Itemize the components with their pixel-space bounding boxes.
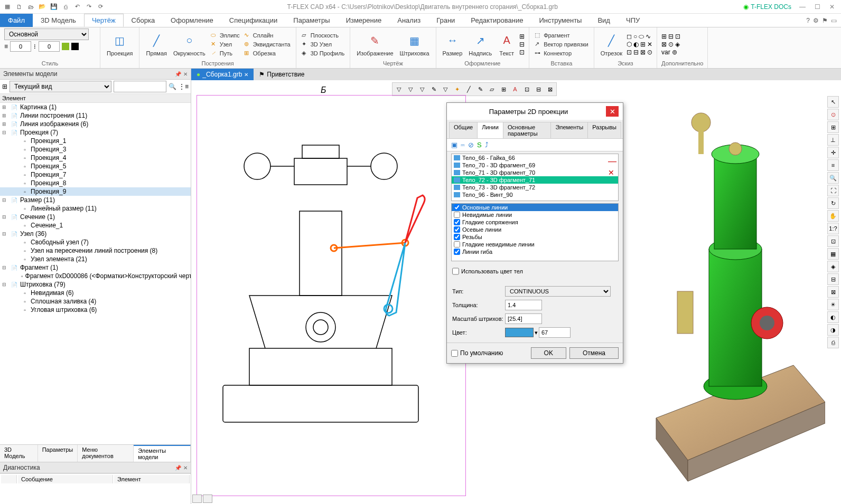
tree-item[interactable]: ⊟📄Проекция (7) <box>0 128 191 137</box>
tool-4[interactable]: S <box>477 141 482 149</box>
style-combo[interactable]: Основной <box>4 28 89 40</box>
search-input[interactable] <box>114 81 166 92</box>
open-icon[interactable]: 🗁 <box>25 2 36 12</box>
tree-item[interactable]: ⊟📄Сечение (1) <box>0 213 191 221</box>
sketch-tool-6[interactable]: ◐ <box>633 41 639 48</box>
st-view2[interactable]: ⊡ <box>827 235 839 247</box>
tab-params[interactable]: Параметры <box>285 14 338 27</box>
line-types-list[interactable]: Основные линииНевидимые линииГладкие соп… <box>451 203 619 261</box>
st-pan[interactable]: ✋ <box>827 210 839 222</box>
tree-item[interactable]: ⊞📄Линии построения (11) <box>0 111 191 120</box>
connector-button[interactable]: ⊶Коннектор <box>534 49 590 58</box>
vt-13[interactable]: ⊟ <box>533 84 544 94</box>
vt-7[interactable]: ╱ <box>463 84 474 94</box>
tree-child[interactable]: ▫Проекция_5 <box>0 162 191 170</box>
body-item[interactable]: Тело_70 - 3D фрагмент_69 <box>452 161 618 169</box>
circle-button[interactable]: ○Окружность <box>171 31 208 58</box>
plane-button[interactable]: ▱Плоскость <box>301 31 346 40</box>
tree-child[interactable]: ▫Узел элемента (21) <box>0 255 191 263</box>
st-zoom[interactable]: 🔍 <box>827 172 839 184</box>
print-icon[interactable]: ⎙ <box>60 2 71 12</box>
vt-5[interactable]: ▽ <box>440 84 451 94</box>
close-icon[interactable]: ✕ <box>825 2 839 12</box>
gear-icon[interactable]: ⚙ <box>813 17 819 24</box>
fragment-button[interactable]: ⬚Фрагмент <box>534 31 590 40</box>
tool-5[interactable]: ⤴ <box>485 141 489 149</box>
dialog-tab-general[interactable]: Общие <box>449 122 478 138</box>
collapse-icon[interactable]: ▭ <box>831 17 837 24</box>
text-button[interactable]: AТекст <box>496 31 517 58</box>
line-type-item[interactable]: Линии гиба <box>452 248 618 255</box>
body-item[interactable]: Тело_73 - 3D фрагмент_72 <box>452 184 618 191</box>
st-view9[interactable]: ◑ <box>827 324 839 336</box>
equi-button[interactable]: ⊚Эквидистанта <box>243 40 292 49</box>
body-item[interactable]: Тело_71 - 3D фрагмент_70 <box>452 169 618 176</box>
extra-1[interactable]: ⊞ <box>661 33 667 40</box>
body-icon[interactable]: ▣ <box>451 141 457 149</box>
search-icon[interactable]: 🔍 <box>169 83 176 90</box>
sketch-tool-4[interactable]: ∿ <box>646 33 651 40</box>
vt-2[interactable]: ▽ <box>405 84 416 94</box>
line-type-item[interactable]: Гладкие невидимые линии <box>452 241 618 248</box>
st-view8[interactable]: ◐ <box>827 311 839 323</box>
tree-child[interactable]: ▫Проекция_7 <box>0 170 191 179</box>
color-swatch[interactable] <box>62 43 69 50</box>
sketch-tool-9[interactable]: ⊡ <box>627 49 632 56</box>
diag-pin-icon[interactable]: 📌 <box>175 465 181 471</box>
sketch-tool-8[interactable]: ✕ <box>647 41 652 48</box>
open-folder-icon[interactable]: 📂 <box>37 2 48 12</box>
node3d-button[interactable]: ✦3D Узел <box>301 40 346 49</box>
dialog-tab-breaks[interactable]: Разрывы <box>587 122 621 138</box>
path-button[interactable]: ⟋Путь <box>210 49 241 58</box>
use-body-color-check[interactable] <box>452 266 459 277</box>
tab-analysis[interactable]: Анализ <box>389 14 428 27</box>
extra-7[interactable]: var <box>661 49 670 56</box>
profile3d-button[interactable]: ◈3D Профиль <box>301 49 346 58</box>
segment-button[interactable]: ╱Отрезок <box>599 31 624 58</box>
flag-icon[interactable]: ⚑ <box>822 17 828 24</box>
hatch-scale-input[interactable] <box>505 313 542 324</box>
image-button[interactable]: ✎Изображение <box>354 31 395 58</box>
viewport-tab-2[interactable] <box>203 495 212 503</box>
line-type-item[interactable]: Гладкие сопряжения <box>452 218 618 226</box>
maximize-icon[interactable]: ☐ <box>810 2 824 12</box>
tab-edit[interactable]: Редактирование <box>463 14 531 27</box>
body-item[interactable]: Тело_72 - 3D фрагмент_71 <box>452 176 618 184</box>
grid-icon[interactable]: ⊡ <box>519 49 525 56</box>
remove-body-icon[interactable]: — <box>608 157 616 166</box>
hatch-button[interactable]: ▦Штриховка <box>398 31 432 58</box>
tree-child[interactable]: ▫Свободный узел (7) <box>0 238 191 246</box>
ok-button[interactable]: OK <box>531 347 566 359</box>
tree-child[interactable]: ▫Проекция_4 <box>0 154 191 162</box>
sketch-tool-10[interactable]: ⊟ <box>633 49 639 56</box>
tool-3[interactable]: ⊘ <box>468 141 474 149</box>
extra-5[interactable]: ⊙ <box>668 41 674 48</box>
diag-close-icon[interactable]: ✕ <box>183 465 188 471</box>
tab-spec[interactable]: Спецификации <box>221 14 286 27</box>
st-view1[interactable]: 1:? <box>827 223 839 234</box>
tab-view[interactable]: Вид <box>590 14 618 27</box>
tflex-docs-button[interactable]: T-FLEX DOCs <box>739 2 796 12</box>
filter-icon[interactable]: ⊞ <box>2 83 7 90</box>
st-fit[interactable]: ⛶ <box>827 185 839 196</box>
tree-item[interactable]: ⊟📄Узел (36) <box>0 230 191 238</box>
extra-2[interactable]: ⊟ <box>668 33 674 40</box>
color-swatch[interactable] <box>505 328 534 337</box>
sketch-tool-11[interactable]: ⊠ <box>640 49 646 56</box>
st-view5[interactable]: ⊟ <box>827 273 839 285</box>
line-type-item[interactable]: Невидимые линии <box>452 211 618 218</box>
sketch-tool-12[interactable]: ⊙ <box>647 49 652 56</box>
line-type-item[interactable]: Основные линии <box>452 204 618 211</box>
line-button[interactable]: ╱Прямая <box>144 31 169 58</box>
st-magnet[interactable]: ⊙ <box>827 109 839 120</box>
line-type-select[interactable]: CONTINUOUS <box>505 286 611 297</box>
st-view6[interactable]: ⊠ <box>827 286 839 298</box>
undo-icon[interactable]: ↶ <box>72 2 82 12</box>
new-icon[interactable]: 🗋 <box>14 2 24 12</box>
ellipse-button[interactable]: ⬭Эллипс <box>210 31 241 40</box>
width-input[interactable] <box>10 41 31 52</box>
st-grid[interactable]: ⊞ <box>827 121 839 133</box>
sketch-tool-3[interactable]: ⬭ <box>639 33 644 40</box>
st-print[interactable]: ⎙ <box>827 337 839 348</box>
list-icon[interactable]: ⊟ <box>519 41 525 48</box>
